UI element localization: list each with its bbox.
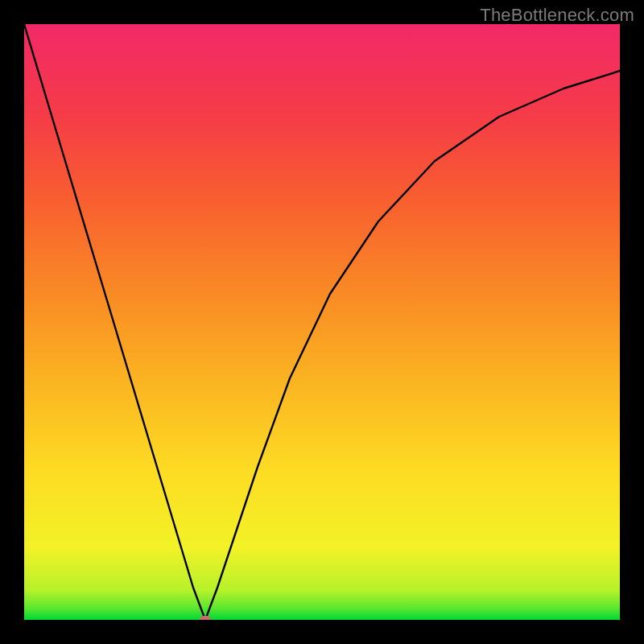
plot-area bbox=[24, 24, 620, 620]
minimum-marker-icon bbox=[200, 616, 211, 620]
watermark-text: TheBottleneck.com bbox=[480, 5, 634, 26]
bottleneck-curve bbox=[24, 24, 620, 620]
chart-frame: TheBottleneck.com bbox=[0, 0, 644, 644]
